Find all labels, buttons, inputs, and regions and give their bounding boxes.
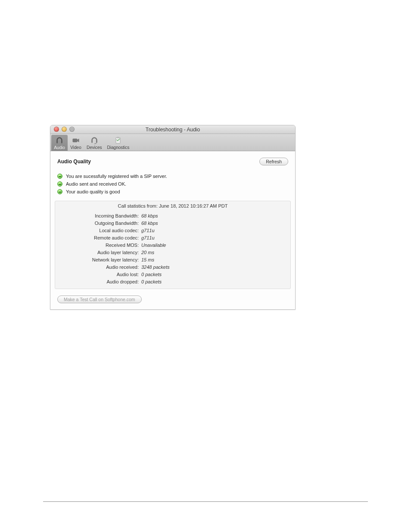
stat-value: 0 packets [141, 272, 162, 277]
tab-video[interactable]: Video [68, 135, 84, 151]
titlebar: Troubleshooting - Audio [50, 125, 295, 134]
page-footer-rule [43, 501, 368, 502]
minimize-button[interactable] [62, 127, 67, 132]
dialog-footer: Make a Test Call on Softphone.com [50, 293, 295, 309]
stat-value: 68 kbps [141, 221, 158, 226]
test-call-button[interactable]: Make a Test Call on Softphone.com [57, 296, 142, 303]
status-text: You are sucessfully registered with a SI… [66, 174, 167, 179]
stat-row: Remote audio codec:g711u [55, 234, 290, 241]
troubleshooting-dialog: Troubleshooting - Audio Audio Video Devi… [50, 125, 296, 310]
stat-row: Outgoing Bandwidth:68 kbps [55, 219, 290, 227]
stat-label: Audio layer latency: [55, 250, 141, 255]
tab-label: Video [70, 145, 81, 150]
stat-label: Audio lost: [55, 272, 141, 277]
headphones-icon [54, 136, 65, 145]
status-row: You are sucessfully registered with a SI… [57, 172, 288, 180]
close-button[interactable] [54, 127, 59, 132]
stat-value: 20 ms [141, 250, 154, 255]
stat-value: g711u [141, 228, 155, 233]
stat-value: 3248 packets [141, 264, 169, 270]
stat-row: Incoming Bandwidth:68 kbps [55, 212, 290, 219]
svg-rect-4 [96, 141, 97, 143]
status-ok-icon [57, 189, 62, 194]
stats-panel: Call statistics from: June 18, 2012 10:1… [55, 201, 291, 289]
stat-label: Audio received: [55, 264, 141, 270]
stat-row: Network layer latency:15 ms [55, 256, 290, 263]
stat-label: Network layer latency: [55, 257, 141, 262]
stats-heading: Call statistics from: June 18, 2012 10:1… [55, 201, 290, 211]
clipboard-icon [112, 136, 124, 145]
stat-value: Unavailable [141, 243, 166, 248]
toolbar: Audio Video Devices Diagnostics [50, 134, 295, 151]
dialog-body: Audio Quality Refresh You are sucessfull… [50, 151, 295, 309]
stat-label: Remote audio codec: [55, 235, 141, 240]
stat-row: Local audio codec:g711u [55, 227, 290, 234]
zoom-button [69, 127, 75, 132]
svg-rect-2 [73, 139, 78, 142]
stat-label: Local audio codec: [55, 228, 141, 233]
status-text: Audio sent and received OK. [66, 181, 126, 187]
stat-value: 15 ms [141, 257, 154, 262]
status-text: Your audio quality is good [66, 189, 120, 194]
stat-value: g711u [141, 235, 155, 240]
camera-icon [70, 136, 81, 145]
window-title: Troubleshooting - Audio [50, 127, 295, 133]
tab-label: Devices [87, 145, 102, 150]
svg-rect-6 [117, 137, 119, 138]
tab-devices[interactable]: Devices [84, 135, 105, 151]
stats-rows: Incoming Bandwidth:68 kbps Outgoing Band… [55, 211, 290, 289]
refresh-button[interactable]: Refresh [259, 158, 288, 165]
stat-row: Audio layer latency:20 ms [55, 249, 290, 256]
status-ok-icon [57, 181, 62, 187]
section-title: Audio Quality [57, 159, 91, 165]
stat-value: 0 packets [141, 279, 162, 284]
svg-rect-0 [56, 141, 58, 143]
stat-label: Outgoing Bandwidth: [55, 221, 141, 226]
svg-rect-1 [61, 141, 62, 143]
headset-icon [89, 136, 100, 145]
status-list: You are sucessfully registered with a SI… [50, 171, 295, 200]
stat-label: Audio dropped: [55, 279, 141, 284]
stats-heading-prefix: Call statistics from: [118, 203, 159, 208]
tab-label: Audio [54, 145, 65, 150]
stat-row: Audio lost:0 packets [55, 271, 290, 278]
status-row: Your audio quality is good [57, 188, 288, 196]
svg-rect-3 [91, 141, 93, 143]
section-header: Audio Quality Refresh [50, 152, 295, 171]
tab-label: Diagnostics [107, 145, 130, 150]
stat-label: Received MOS: [55, 243, 141, 248]
stat-row: Received MOS:Unavailable [55, 241, 290, 249]
stats-timestamp: June 18, 2012 10:16:27 AM PDT [159, 203, 228, 208]
stat-value: 68 kbps [141, 213, 158, 218]
tab-diagnostics[interactable]: Diagnostics [105, 135, 132, 151]
status-row: Audio sent and received OK. [57, 180, 288, 188]
stat-row: Audio received:3248 packets [55, 263, 290, 271]
tab-audio[interactable]: Audio [51, 135, 68, 151]
stat-label: Incoming Bandwidth: [55, 213, 141, 218]
stat-row: Audio dropped:0 packets [55, 278, 290, 285]
status-ok-icon [57, 174, 62, 179]
window-controls [54, 127, 75, 132]
